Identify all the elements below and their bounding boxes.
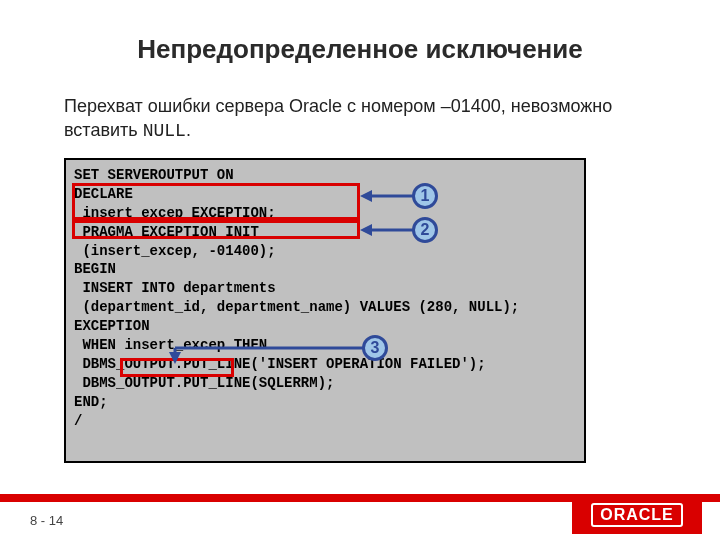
code-line: (insert_excep, -01400);	[74, 242, 576, 261]
code-line: END;	[74, 393, 576, 412]
code-line: EXCEPTION	[74, 317, 576, 336]
code-line: BEGIN	[74, 260, 576, 279]
code-line: (department_id, department_name) VALUES …	[74, 298, 576, 317]
code-line: SET SERVEROUTPUT ON	[74, 166, 576, 185]
callout-2: 2	[412, 217, 438, 243]
code-line: DBMS_OUTPUT.PUT_LINE(SQLERRM);	[74, 374, 576, 393]
slide-title: Непредопределенное исключение	[0, 34, 720, 65]
page-number: 8 - 14	[30, 513, 63, 528]
code-line: WHEN insert_excep THEN	[74, 336, 576, 355]
code-line: DBMS_OUTPUT.PUT_LINE('INSERT OPERATION F…	[74, 355, 576, 374]
code-line: INSERT INTO departments	[74, 279, 576, 298]
code-line: insert_excep EXCEPTION;	[74, 204, 576, 223]
code-line: PRAGMA EXCEPTION_INIT	[74, 223, 576, 242]
code-line: /	[74, 412, 576, 431]
slide: Непредопределенное исключение Перехват о…	[0, 0, 720, 540]
callout-3: 3	[362, 335, 388, 361]
code-line: DECLARE	[74, 185, 576, 204]
body-text: Перехват ошибки сервера Oracle с номером…	[64, 94, 660, 144]
callout-1: 1	[412, 183, 438, 209]
body-mono: NULL	[143, 121, 186, 141]
oracle-logo-text: ORACLE	[591, 503, 683, 527]
oracle-logo: ORACLE	[572, 496, 702, 534]
code-block: SET SERVEROUTPUT ON DECLARE insert_excep…	[64, 158, 586, 463]
body-post: .	[186, 120, 191, 140]
